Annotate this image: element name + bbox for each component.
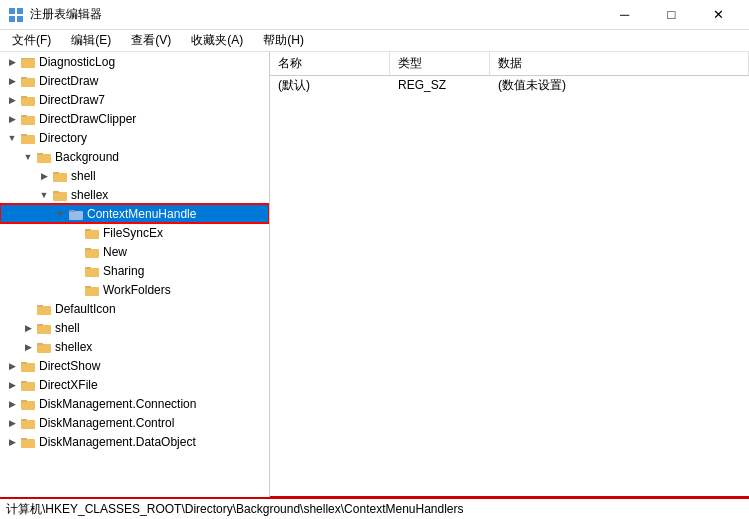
- tree-label-defaulticon: DefaultIcon: [55, 302, 116, 316]
- tree-label-diskmanagement-dataobject: DiskManagement.DataObject: [39, 435, 196, 449]
- tree-node-directshow[interactable]: ▶ DirectShow: [0, 356, 269, 375]
- expand-icon-diskmanagement-dataobject[interactable]: ▶: [4, 434, 20, 450]
- tree-panel[interactable]: ▶ DiagnosticLog ▶ DirectDraw ▶ DirectDra…: [0, 52, 270, 497]
- svg-rect-40: [21, 381, 27, 383]
- svg-rect-43: [21, 420, 35, 429]
- tree-node-shell2[interactable]: ▶ shell: [0, 318, 269, 337]
- folder-icon-shellex: [52, 187, 68, 203]
- svg-rect-8: [21, 77, 27, 79]
- col-header-name[interactable]: 名称: [270, 52, 390, 75]
- svg-rect-36: [37, 343, 43, 345]
- folder-icon-shell: [52, 168, 68, 184]
- tree-node-diskmanagement-connection[interactable]: ▶ DiskManagement.Connection: [0, 394, 269, 413]
- tree-label-shell2: shell: [55, 321, 80, 335]
- expand-icon-shell[interactable]: ▶: [36, 168, 52, 184]
- tree-node-directxfile[interactable]: ▶ DirectXFile: [0, 375, 269, 394]
- expand-icon-shellex2[interactable]: ▶: [20, 339, 36, 355]
- tree-node-directory[interactable]: ▼ Directory: [0, 128, 269, 147]
- tree-node-directdraw7[interactable]: ▶ DirectDraw7: [0, 90, 269, 109]
- tree-label-shellex: shellex: [71, 188, 108, 202]
- folder-icon-directdrawclipper: [20, 111, 36, 127]
- folder-icon-defaulticon: [36, 301, 52, 317]
- folder-icon-directory: [20, 130, 36, 146]
- status-bar: 计算机\HKEY_CLASSES_ROOT\Directory\Backgrou…: [0, 497, 749, 519]
- svg-rect-18: [53, 172, 59, 174]
- menu-file[interactable]: 文件(F): [4, 30, 59, 51]
- expand-icon-contextmenuhandle[interactable]: ▼: [52, 206, 68, 222]
- tree-label-new: New: [103, 245, 127, 259]
- tree-node-shellex2[interactable]: ▶ shellex: [0, 337, 269, 356]
- tree-node-defaulticon[interactable]: DefaultIcon: [0, 299, 269, 318]
- col-header-data[interactable]: 数据: [490, 52, 749, 75]
- expand-icon-directshow[interactable]: ▶: [4, 358, 20, 374]
- folder-icon-new: [84, 244, 100, 260]
- expand-icon-directdrawclipper[interactable]: ▶: [4, 111, 20, 127]
- expand-icon-directdraw7[interactable]: ▶: [4, 92, 20, 108]
- expand-icon-background[interactable]: ▼: [20, 149, 36, 165]
- svg-rect-16: [37, 153, 43, 155]
- menu-view[interactable]: 查看(V): [123, 30, 179, 51]
- svg-rect-46: [21, 438, 27, 440]
- svg-rect-22: [69, 210, 75, 212]
- svg-rect-15: [37, 154, 51, 163]
- expand-icon-diskmanagement-connection[interactable]: ▶: [4, 396, 20, 412]
- svg-rect-26: [85, 248, 91, 250]
- menu-favorites[interactable]: 收藏夹(A): [183, 30, 251, 51]
- tree-node-diskmanagement-dataobject[interactable]: ▶ DiskManagement.DataObject: [0, 432, 269, 451]
- tree-label-filesyncex: FileSyncEx: [103, 226, 163, 240]
- svg-rect-44: [21, 419, 27, 421]
- svg-rect-12: [21, 115, 27, 117]
- expand-icon-shellex[interactable]: ▼: [36, 187, 52, 203]
- svg-rect-14: [21, 134, 27, 136]
- menu-edit[interactable]: 编辑(E): [63, 30, 119, 51]
- svg-rect-39: [21, 382, 35, 391]
- tree-node-sharing[interactable]: Sharing: [0, 261, 269, 280]
- svg-rect-20: [53, 191, 59, 193]
- data-row-default[interactable]: (默认) REG_SZ (数值未设置): [270, 76, 749, 95]
- tree-node-shell[interactable]: ▶ shell: [0, 166, 269, 185]
- tree-node-diagnosticlog[interactable]: ▶ DiagnosticLog: [0, 52, 269, 71]
- tree-node-directdrawclipper[interactable]: ▶ DirectDrawClipper: [0, 109, 269, 128]
- maximize-button[interactable]: □: [649, 0, 694, 30]
- tree-node-workfolders[interactable]: WorkFolders: [0, 280, 269, 299]
- svg-rect-38: [21, 362, 27, 364]
- folder-icon-directshow: [20, 358, 36, 374]
- close-button[interactable]: ✕: [696, 0, 741, 30]
- tree-node-new[interactable]: New: [0, 242, 269, 261]
- expand-icon-directdraw[interactable]: ▶: [4, 73, 20, 89]
- status-path: 计算机\HKEY_CLASSES_ROOT\Directory\Backgrou…: [6, 501, 464, 518]
- svg-rect-2: [9, 16, 15, 22]
- expand-icon-diskmanagement-control[interactable]: ▶: [4, 415, 20, 431]
- folder-icon-diskmanagement-dataobject: [20, 434, 36, 450]
- right-content[interactable]: (默认) REG_SZ (数值未设置): [270, 76, 749, 497]
- svg-rect-1: [17, 8, 23, 14]
- data-cell-value-default: (数值未设置): [490, 77, 749, 94]
- svg-rect-23: [85, 230, 99, 239]
- window-controls: ─ □ ✕: [602, 0, 741, 30]
- expand-icon-directory[interactable]: ▼: [4, 130, 20, 146]
- col-header-type[interactable]: 类型: [390, 52, 490, 75]
- svg-rect-37: [21, 363, 35, 372]
- tree-label-shellex2: shellex: [55, 340, 92, 354]
- expand-icon-diagnosticlog[interactable]: ▶: [4, 54, 20, 70]
- tree-node-directdraw[interactable]: ▶ DirectDraw: [0, 71, 269, 90]
- svg-rect-6: [21, 59, 35, 68]
- data-cell-name-default: (默认): [270, 77, 390, 94]
- right-panel: 名称 类型 数据 (默认) REG_SZ (数值未设置): [270, 52, 749, 497]
- svg-rect-34: [37, 324, 43, 326]
- minimize-button[interactable]: ─: [602, 0, 647, 30]
- expand-icon-shell2[interactable]: ▶: [20, 320, 36, 336]
- tree-node-background[interactable]: ▼ Background: [0, 147, 269, 166]
- folder-icon-sharing: [84, 263, 100, 279]
- svg-rect-17: [53, 173, 67, 182]
- folder-icon-shellex2: [36, 339, 52, 355]
- menu-help[interactable]: 帮助(H): [255, 30, 312, 51]
- tree-node-filesyncex[interactable]: FileSyncEx: [0, 223, 269, 242]
- svg-rect-28: [85, 267, 91, 269]
- expand-icon-directxfile[interactable]: ▶: [4, 377, 20, 393]
- tree-node-shellex[interactable]: ▼ shellex: [0, 185, 269, 204]
- tree-label-background: Background: [55, 150, 119, 164]
- folder-icon-directxfile: [20, 377, 36, 393]
- tree-node-contextmenuhandle[interactable]: ▼ ContextMenuHandle: [0, 204, 269, 223]
- tree-node-diskmanagement-control[interactable]: ▶ DiskManagement.Control: [0, 413, 269, 432]
